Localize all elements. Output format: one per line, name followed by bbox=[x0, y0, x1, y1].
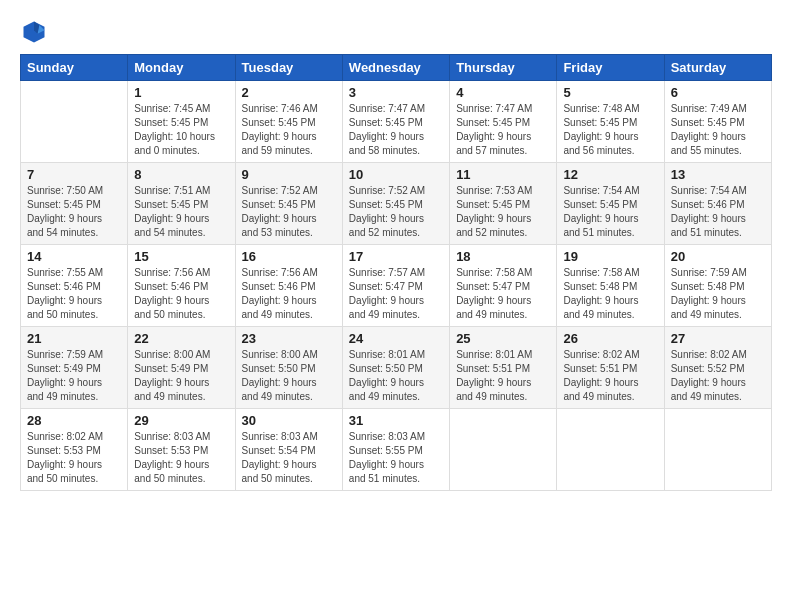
calendar-cell: 9Sunrise: 7:52 AM Sunset: 5:45 PM Daylig… bbox=[235, 163, 342, 245]
day-number: 4 bbox=[456, 85, 550, 100]
day-info: Sunrise: 7:52 AM Sunset: 5:45 PM Dayligh… bbox=[242, 184, 336, 240]
day-number: 20 bbox=[671, 249, 765, 264]
day-number: 10 bbox=[349, 167, 443, 182]
day-info: Sunrise: 7:58 AM Sunset: 5:48 PM Dayligh… bbox=[563, 266, 657, 322]
day-number: 21 bbox=[27, 331, 121, 346]
day-number: 1 bbox=[134, 85, 228, 100]
calendar-cell: 12Sunrise: 7:54 AM Sunset: 5:45 PM Dayli… bbox=[557, 163, 664, 245]
logo-icon bbox=[20, 18, 48, 46]
day-info: Sunrise: 7:55 AM Sunset: 5:46 PM Dayligh… bbox=[27, 266, 121, 322]
day-number: 24 bbox=[349, 331, 443, 346]
header bbox=[20, 18, 772, 46]
calendar-cell: 18Sunrise: 7:58 AM Sunset: 5:47 PM Dayli… bbox=[450, 245, 557, 327]
day-info: Sunrise: 8:00 AM Sunset: 5:49 PM Dayligh… bbox=[134, 348, 228, 404]
day-number: 13 bbox=[671, 167, 765, 182]
calendar-cell: 23Sunrise: 8:00 AM Sunset: 5:50 PM Dayli… bbox=[235, 327, 342, 409]
calendar-cell: 5Sunrise: 7:48 AM Sunset: 5:45 PM Daylig… bbox=[557, 81, 664, 163]
calendar-cell: 24Sunrise: 8:01 AM Sunset: 5:50 PM Dayli… bbox=[342, 327, 449, 409]
day-info: Sunrise: 7:51 AM Sunset: 5:45 PM Dayligh… bbox=[134, 184, 228, 240]
weekday-header: Wednesday bbox=[342, 55, 449, 81]
day-info: Sunrise: 7:52 AM Sunset: 5:45 PM Dayligh… bbox=[349, 184, 443, 240]
day-info: Sunrise: 7:54 AM Sunset: 5:46 PM Dayligh… bbox=[671, 184, 765, 240]
day-info: Sunrise: 7:47 AM Sunset: 5:45 PM Dayligh… bbox=[456, 102, 550, 158]
calendar-cell: 6Sunrise: 7:49 AM Sunset: 5:45 PM Daylig… bbox=[664, 81, 771, 163]
day-info: Sunrise: 7:47 AM Sunset: 5:45 PM Dayligh… bbox=[349, 102, 443, 158]
calendar-cell: 2Sunrise: 7:46 AM Sunset: 5:45 PM Daylig… bbox=[235, 81, 342, 163]
calendar-cell: 14Sunrise: 7:55 AM Sunset: 5:46 PM Dayli… bbox=[21, 245, 128, 327]
day-info: Sunrise: 8:03 AM Sunset: 5:55 PM Dayligh… bbox=[349, 430, 443, 486]
day-number: 3 bbox=[349, 85, 443, 100]
day-info: Sunrise: 8:03 AM Sunset: 5:54 PM Dayligh… bbox=[242, 430, 336, 486]
calendar-cell: 20Sunrise: 7:59 AM Sunset: 5:48 PM Dayli… bbox=[664, 245, 771, 327]
calendar-cell: 4Sunrise: 7:47 AM Sunset: 5:45 PM Daylig… bbox=[450, 81, 557, 163]
calendar-cell bbox=[664, 409, 771, 491]
day-number: 14 bbox=[27, 249, 121, 264]
day-number: 16 bbox=[242, 249, 336, 264]
day-info: Sunrise: 8:03 AM Sunset: 5:53 PM Dayligh… bbox=[134, 430, 228, 486]
day-number: 9 bbox=[242, 167, 336, 182]
calendar-cell bbox=[557, 409, 664, 491]
weekday-header: Sunday bbox=[21, 55, 128, 81]
day-info: Sunrise: 8:00 AM Sunset: 5:50 PM Dayligh… bbox=[242, 348, 336, 404]
calendar-cell: 3Sunrise: 7:47 AM Sunset: 5:45 PM Daylig… bbox=[342, 81, 449, 163]
calendar-cell: 27Sunrise: 8:02 AM Sunset: 5:52 PM Dayli… bbox=[664, 327, 771, 409]
calendar-header-row: SundayMondayTuesdayWednesdayThursdayFrid… bbox=[21, 55, 772, 81]
weekday-header: Monday bbox=[128, 55, 235, 81]
day-number: 18 bbox=[456, 249, 550, 264]
weekday-header: Tuesday bbox=[235, 55, 342, 81]
calendar-week-row: 21Sunrise: 7:59 AM Sunset: 5:49 PM Dayli… bbox=[21, 327, 772, 409]
calendar-cell: 13Sunrise: 7:54 AM Sunset: 5:46 PM Dayli… bbox=[664, 163, 771, 245]
day-info: Sunrise: 7:58 AM Sunset: 5:47 PM Dayligh… bbox=[456, 266, 550, 322]
calendar-cell: 10Sunrise: 7:52 AM Sunset: 5:45 PM Dayli… bbox=[342, 163, 449, 245]
calendar-cell: 19Sunrise: 7:58 AM Sunset: 5:48 PM Dayli… bbox=[557, 245, 664, 327]
day-info: Sunrise: 8:02 AM Sunset: 5:52 PM Dayligh… bbox=[671, 348, 765, 404]
day-number: 27 bbox=[671, 331, 765, 346]
calendar-cell: 21Sunrise: 7:59 AM Sunset: 5:49 PM Dayli… bbox=[21, 327, 128, 409]
day-info: Sunrise: 7:45 AM Sunset: 5:45 PM Dayligh… bbox=[134, 102, 228, 158]
logo bbox=[20, 18, 52, 46]
calendar-cell bbox=[21, 81, 128, 163]
calendar-cell: 30Sunrise: 8:03 AM Sunset: 5:54 PM Dayli… bbox=[235, 409, 342, 491]
day-number: 6 bbox=[671, 85, 765, 100]
day-info: Sunrise: 7:59 AM Sunset: 5:48 PM Dayligh… bbox=[671, 266, 765, 322]
day-number: 28 bbox=[27, 413, 121, 428]
day-info: Sunrise: 7:56 AM Sunset: 5:46 PM Dayligh… bbox=[242, 266, 336, 322]
calendar-cell: 15Sunrise: 7:56 AM Sunset: 5:46 PM Dayli… bbox=[128, 245, 235, 327]
day-number: 11 bbox=[456, 167, 550, 182]
calendar-cell: 16Sunrise: 7:56 AM Sunset: 5:46 PM Dayli… bbox=[235, 245, 342, 327]
calendar-week-row: 14Sunrise: 7:55 AM Sunset: 5:46 PM Dayli… bbox=[21, 245, 772, 327]
weekday-header: Thursday bbox=[450, 55, 557, 81]
calendar-week-row: 7Sunrise: 7:50 AM Sunset: 5:45 PM Daylig… bbox=[21, 163, 772, 245]
day-info: Sunrise: 7:46 AM Sunset: 5:45 PM Dayligh… bbox=[242, 102, 336, 158]
day-info: Sunrise: 8:02 AM Sunset: 5:51 PM Dayligh… bbox=[563, 348, 657, 404]
day-number: 25 bbox=[456, 331, 550, 346]
day-number: 15 bbox=[134, 249, 228, 264]
weekday-header: Saturday bbox=[664, 55, 771, 81]
calendar-week-row: 1Sunrise: 7:45 AM Sunset: 5:45 PM Daylig… bbox=[21, 81, 772, 163]
day-info: Sunrise: 7:54 AM Sunset: 5:45 PM Dayligh… bbox=[563, 184, 657, 240]
day-info: Sunrise: 7:53 AM Sunset: 5:45 PM Dayligh… bbox=[456, 184, 550, 240]
calendar-cell: 1Sunrise: 7:45 AM Sunset: 5:45 PM Daylig… bbox=[128, 81, 235, 163]
day-info: Sunrise: 7:59 AM Sunset: 5:49 PM Dayligh… bbox=[27, 348, 121, 404]
calendar-cell: 28Sunrise: 8:02 AM Sunset: 5:53 PM Dayli… bbox=[21, 409, 128, 491]
day-number: 17 bbox=[349, 249, 443, 264]
calendar-cell: 26Sunrise: 8:02 AM Sunset: 5:51 PM Dayli… bbox=[557, 327, 664, 409]
calendar-cell: 8Sunrise: 7:51 AM Sunset: 5:45 PM Daylig… bbox=[128, 163, 235, 245]
day-number: 19 bbox=[563, 249, 657, 264]
day-number: 5 bbox=[563, 85, 657, 100]
day-number: 12 bbox=[563, 167, 657, 182]
day-number: 26 bbox=[563, 331, 657, 346]
day-number: 22 bbox=[134, 331, 228, 346]
day-info: Sunrise: 8:01 AM Sunset: 5:50 PM Dayligh… bbox=[349, 348, 443, 404]
calendar-cell: 22Sunrise: 8:00 AM Sunset: 5:49 PM Dayli… bbox=[128, 327, 235, 409]
day-info: Sunrise: 7:49 AM Sunset: 5:45 PM Dayligh… bbox=[671, 102, 765, 158]
day-number: 30 bbox=[242, 413, 336, 428]
day-number: 31 bbox=[349, 413, 443, 428]
day-number: 29 bbox=[134, 413, 228, 428]
calendar-table: SundayMondayTuesdayWednesdayThursdayFrid… bbox=[20, 54, 772, 491]
calendar-cell: 29Sunrise: 8:03 AM Sunset: 5:53 PM Dayli… bbox=[128, 409, 235, 491]
day-info: Sunrise: 7:57 AM Sunset: 5:47 PM Dayligh… bbox=[349, 266, 443, 322]
calendar-week-row: 28Sunrise: 8:02 AM Sunset: 5:53 PM Dayli… bbox=[21, 409, 772, 491]
calendar-cell: 17Sunrise: 7:57 AM Sunset: 5:47 PM Dayli… bbox=[342, 245, 449, 327]
day-info: Sunrise: 8:01 AM Sunset: 5:51 PM Dayligh… bbox=[456, 348, 550, 404]
